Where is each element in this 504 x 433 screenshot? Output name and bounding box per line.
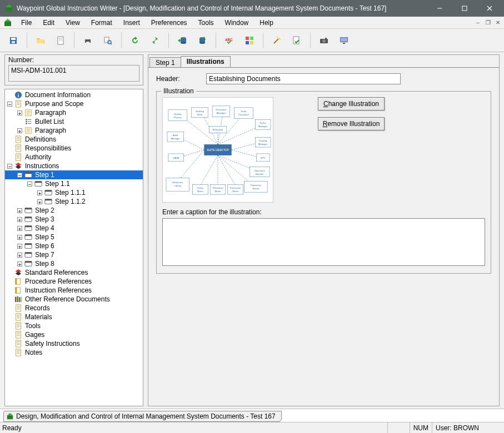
tree-node[interactable]: Records <box>5 304 143 313</box>
mdi-minimize-button[interactable]: – <box>473 19 482 27</box>
tree-node[interactable]: Notes <box>5 348 143 357</box>
tab-illustrations[interactable]: Illustrations <box>181 56 231 67</box>
tree-node[interactable]: +Step 1.1.2 <box>5 197 143 206</box>
svg-rect-40 <box>341 38 347 42</box>
svg-rect-41 <box>343 43 345 44</box>
para-icon <box>24 126 33 135</box>
tree-node[interactable]: −Step 1.1 <box>5 179 143 188</box>
menu-view[interactable]: View <box>60 18 86 28</box>
print-icon[interactable] <box>79 32 97 49</box>
open-folder-icon[interactable] <box>32 32 49 49</box>
tree-expander[interactable]: − <box>7 102 12 107</box>
tree-expander[interactable]: + <box>17 261 22 266</box>
tree-node[interactable]: +Step 6 <box>5 241 143 250</box>
print-preview-icon[interactable] <box>99 32 117 49</box>
tree-expander[interactable]: + <box>17 226 22 231</box>
tree-expander[interactable]: + <box>17 235 22 240</box>
menu-insert[interactable]: Insert <box>118 18 146 28</box>
mdi-restore-button[interactable]: ❐ <box>483 19 492 27</box>
tree-node[interactable]: +Step 3 <box>5 215 143 224</box>
mdi-close-button[interactable]: ✕ <box>493 19 502 27</box>
app-icon-tab <box>6 412 14 420</box>
tree-expander[interactable]: − <box>17 173 22 178</box>
tree-node-label: Standard References <box>24 269 89 276</box>
tree-node[interactable]: +Step 2 <box>5 206 143 215</box>
tree-node[interactable]: +Paragraph <box>5 108 143 117</box>
tree-expander[interactable]: + <box>17 110 22 115</box>
tree-expander[interactable]: + <box>17 244 22 249</box>
save-icon[interactable] <box>4 32 22 49</box>
minimize-button[interactable] <box>427 0 452 17</box>
tree-node-label: Tools <box>24 322 42 330</box>
tree-node[interactable]: Definitions <box>5 135 143 144</box>
svg-rect-97 <box>25 261 32 263</box>
menu-edit[interactable]: Edit <box>37 18 60 28</box>
svg-text:Quality: Quality <box>174 113 182 115</box>
doc-icon <box>14 313 23 321</box>
tree-node[interactable]: Safety Instructions <box>5 339 143 348</box>
tree-node[interactable]: −Step 1 <box>5 170 143 179</box>
menu-file[interactable]: File <box>16 18 37 28</box>
tree-node[interactable]: Authority <box>5 153 143 162</box>
svg-rect-105 <box>17 296 18 303</box>
tab-step1[interactable]: Step 1 <box>149 57 181 68</box>
tree-node[interactable]: Instruction References <box>5 286 143 295</box>
tree-expander[interactable]: + <box>17 217 22 222</box>
blocks-icon[interactable] <box>241 32 258 49</box>
menu-help[interactable]: Help <box>254 18 279 28</box>
caption-textarea[interactable] <box>162 218 485 266</box>
spellcheck-icon[interactable]: ABC <box>221 32 238 49</box>
tree-node[interactable]: Gages <box>5 330 143 339</box>
db-refresh-icon[interactable] <box>193 32 211 49</box>
remove-illustration-button[interactable]: Remove Illustration <box>318 117 385 130</box>
tree-node[interactable]: Procedure References <box>5 277 143 286</box>
camera-icon[interactable] <box>315 32 333 49</box>
menu-format[interactable]: Format <box>86 18 118 28</box>
tree-node[interactable]: +Step 4 <box>5 224 143 233</box>
tree-node[interactable]: Standard References <box>5 268 143 277</box>
tree-node[interactable]: −Instructions <box>5 162 143 170</box>
document-tab[interactable]: Design, Modification and Control of Inte… <box>3 411 282 422</box>
refresh-icon[interactable] <box>126 32 144 49</box>
tree-node[interactable]: +Step 8 <box>5 259 143 268</box>
swap-icon[interactable] <box>146 32 164 49</box>
illustration-preview[interactable]: SUITE DESKTOP <box>162 97 273 203</box>
menu-preferences[interactable]: Preferences <box>146 18 193 28</box>
header-input[interactable] <box>206 73 401 84</box>
svg-rect-103 <box>16 288 17 294</box>
wand-icon[interactable] <box>268 32 286 49</box>
tree-expander[interactable]: + <box>17 128 22 133</box>
menu-tools[interactable]: Tools <box>193 18 219 28</box>
change-illustration-button[interactable]: Change Illustration <box>318 97 385 110</box>
tree-node[interactable]: iDocument Information <box>5 90 143 99</box>
svg-rect-44 <box>16 100 21 107</box>
tree-node[interactable]: +Step 5 <box>5 233 143 241</box>
document-tree[interactable]: iDocument Information−Purpose and Scope+… <box>4 89 143 406</box>
monitor-icon[interactable] <box>335 32 353 49</box>
db-arrow-icon[interactable] <box>173 32 191 49</box>
tree-node-label: Other Reference Documents <box>24 295 111 303</box>
tree-node[interactable]: +Step 1.1.1 <box>5 188 143 197</box>
tree-node[interactable]: Bullet List <box>5 117 143 126</box>
tree-node[interactable]: Materials <box>5 313 143 321</box>
tree-node[interactable]: Other Reference Documents <box>5 295 143 304</box>
close-button[interactable] <box>477 0 502 17</box>
svg-text:Training: Training <box>259 139 268 142</box>
tree-node[interactable]: +Paragraph <box>5 126 143 135</box>
tree-node-label: Step 5 <box>34 233 56 241</box>
tree-expander[interactable]: − <box>7 164 12 169</box>
maximize-button[interactable] <box>452 0 477 17</box>
tree-expander[interactable]: + <box>37 199 42 204</box>
tree-expander[interactable]: + <box>37 190 42 195</box>
tree-node-label: Instruction References <box>24 286 93 294</box>
doc-check-icon[interactable] <box>288 32 306 49</box>
menu-window[interactable]: Window <box>219 18 255 28</box>
tree-expander[interactable]: − <box>27 182 32 187</box>
document-icon[interactable] <box>52 32 69 49</box>
tree-expander[interactable]: + <box>17 253 22 258</box>
tree-node[interactable]: Responsibilities <box>5 144 143 153</box>
tree-expander[interactable]: + <box>17 208 22 213</box>
tree-node[interactable]: +Step 7 <box>5 250 143 259</box>
tree-node[interactable]: −Purpose and Scope <box>5 99 143 108</box>
tree-node[interactable]: Tools <box>5 321 143 330</box>
